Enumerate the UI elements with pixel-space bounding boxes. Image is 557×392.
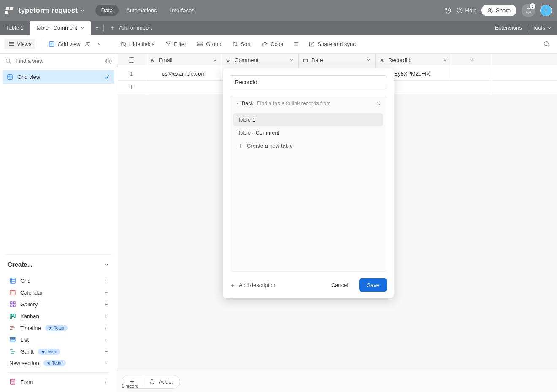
create-grid[interactable]: Grid + (8, 275, 109, 287)
svg-rect-17 (198, 42, 203, 43)
grid-view-switcher[interactable]: Grid view (46, 39, 104, 49)
sort-button[interactable]: Sort (228, 39, 255, 49)
field-name-input[interactable] (230, 75, 387, 89)
create-kanban[interactable]: Kanban + (8, 310, 109, 322)
column-recordid-label: RecordId (388, 57, 411, 63)
svg-rect-31 (10, 278, 15, 283)
sort-label: Sort (241, 41, 251, 47)
group-button[interactable]: Group (193, 39, 225, 49)
svg-line-23 (548, 45, 549, 46)
group-label: Group (206, 41, 221, 47)
column-comment[interactable]: Comment (222, 54, 299, 67)
link-option-table-1[interactable]: Table 1 (233, 113, 383, 126)
svg-point-3 (491, 8, 492, 10)
column-email[interactable]: A Email (146, 54, 222, 67)
select-all-checkbox[interactable] (129, 57, 134, 63)
chevron-down-icon[interactable] (212, 58, 217, 63)
hide-fields-button[interactable]: Hide fields (116, 39, 159, 49)
column-recordid[interactable]: A RecordId (376, 54, 452, 67)
back-button[interactable]: Back (235, 100, 254, 106)
plus-icon[interactable] (117, 81, 146, 94)
svg-point-24 (6, 59, 10, 63)
row-number: 1 (117, 67, 146, 80)
create-list-label: List (20, 337, 29, 343)
create-form-label: Form (20, 379, 33, 385)
collaborators-icon[interactable] (85, 41, 91, 47)
create-gantt[interactable]: Gantt Team + (8, 346, 109, 357)
team-badge: Team (43, 360, 66, 366)
views-button[interactable]: Views (4, 39, 35, 49)
filter-button[interactable]: Filter (161, 39, 190, 49)
nav-data[interactable]: Data (95, 5, 119, 16)
share-label: Share (496, 7, 511, 14)
svg-rect-41 (10, 305, 12, 307)
color-button[interactable]: Color (257, 39, 288, 49)
view-entry-grid[interactable]: Grid view (3, 70, 114, 84)
cancel-button[interactable]: Cancel (326, 278, 353, 292)
chevron-down-icon[interactable] (289, 58, 294, 63)
create-new-table[interactable]: Create a new table (233, 139, 383, 152)
grid-view-chevron-icon[interactable] (97, 41, 102, 46)
search-icon[interactable] (540, 38, 553, 50)
cell-recordid-value: )Ey8XPM2cFfX (392, 70, 430, 77)
tools-button[interactable]: Tools (533, 24, 552, 31)
create-section-header[interactable]: Create... (8, 261, 109, 268)
table-tab-chevron-icon[interactable] (80, 25, 85, 30)
create-timeline[interactable]: Timeline Team + (8, 322, 109, 334)
extensions-button[interactable]: Extensions (495, 24, 522, 31)
add-field-button[interactable] (452, 54, 492, 67)
settings-icon[interactable] (105, 58, 112, 64)
nav-interfaces[interactable]: Interfaces (165, 5, 200, 16)
plus-icon: + (104, 289, 108, 296)
save-button[interactable]: Save (359, 278, 387, 292)
back-label: Back (242, 100, 254, 106)
svg-rect-44 (12, 314, 14, 317)
tabs-overflow-chevron[interactable] (91, 21, 103, 35)
table-tab-2[interactable]: Table - Comment (30, 21, 91, 35)
grid-view-label: Grid view (57, 41, 80, 47)
create-label: Create... (8, 261, 32, 268)
create-new-table-label: Create a new table (247, 143, 293, 149)
plus-icon: + (104, 337, 108, 343)
link-option-table-comment[interactable]: Table - Comment (233, 126, 383, 139)
avatar[interactable]: I (540, 5, 552, 16)
plus-icon: + (104, 301, 108, 308)
divider (527, 24, 527, 31)
search-icon (5, 58, 11, 64)
plus-icon: + (104, 360, 108, 366)
create-calendar-label: Calendar (20, 289, 43, 296)
create-list[interactable]: List + (8, 334, 109, 346)
notifications-button[interactable]: 1 (522, 4, 535, 17)
help-button[interactable]: Help (457, 7, 477, 14)
table-tab-1[interactable]: Table 1 (0, 21, 30, 35)
row-height-button[interactable] (290, 39, 302, 49)
create-gallery[interactable]: Gallery + (8, 298, 109, 310)
create-form[interactable]: Form + (8, 376, 109, 388)
share-sync-button[interactable]: Share and sync (304, 39, 360, 49)
svg-rect-35 (10, 290, 15, 295)
tools-label: Tools (533, 24, 545, 31)
base-name[interactable]: typeform-request (19, 6, 78, 15)
team-badge: Team (45, 325, 68, 331)
chevron-down-icon[interactable] (443, 58, 448, 63)
create-new-section[interactable]: New section Team + (8, 357, 109, 369)
footer-add-menu[interactable]: Add... (142, 375, 180, 388)
find-view-input[interactable] (16, 58, 101, 64)
history-icon[interactable] (445, 7, 452, 14)
share-button[interactable]: Share (481, 5, 516, 16)
create-kanban-label: Kanban (20, 313, 39, 319)
color-label: Color (270, 41, 284, 47)
svg-point-14 (88, 42, 89, 43)
table-tab-2-label: Table - Comment (35, 24, 77, 31)
create-calendar[interactable]: Calendar + (8, 287, 109, 298)
column-date[interactable]: Date (299, 54, 376, 67)
add-or-import-button[interactable]: Add or import (104, 21, 158, 35)
close-icon[interactable] (376, 101, 381, 106)
nav-automations[interactable]: Automations (120, 5, 162, 16)
cell-email[interactable]: cs@example.com (146, 67, 222, 80)
svg-point-2 (489, 8, 491, 11)
base-name-chevron-icon[interactable] (79, 8, 85, 14)
chevron-down-icon[interactable] (366, 58, 371, 63)
add-description-button[interactable]: Add description (230, 282, 277, 288)
svg-rect-45 (14, 314, 15, 318)
